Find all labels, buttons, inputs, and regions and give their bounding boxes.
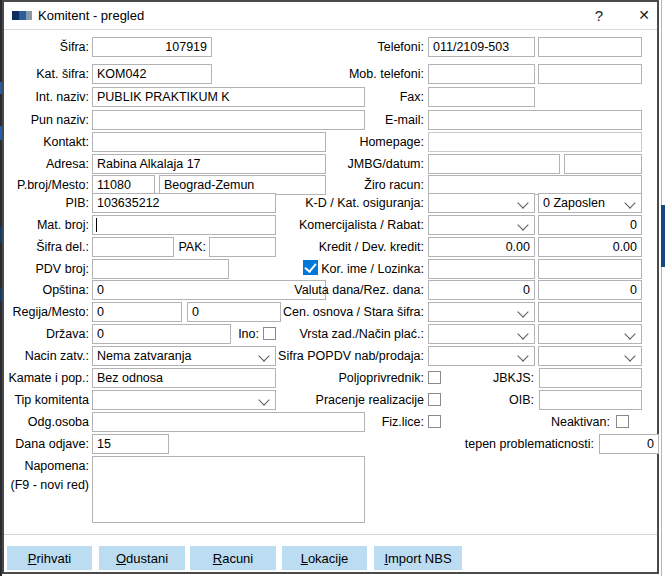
app-icon (12, 11, 32, 20)
popdv-nab-dropdown[interactable] (428, 346, 535, 366)
screen: { "window": { "title": "Komitent - pregl… (0, 0, 665, 576)
sifra-field[interactable]: 107919 (92, 37, 212, 57)
kat-osiguranja-dropdown[interactable]: 0 Zaposlen (538, 193, 642, 213)
title-bar[interactable]: Komitent - pregled ? ✕ (4, 2, 657, 30)
fax-field[interactable] (428, 87, 535, 107)
nacin-zatv-label: Nacin zatv.: (4, 347, 89, 366)
homepage-field[interactable] (428, 132, 642, 152)
kor-ime-field[interactable] (428, 259, 535, 279)
nacin-zatv-dropdown[interactable]: Nema zatvaranja (92, 346, 276, 366)
kd-dropdown[interactable] (428, 193, 535, 213)
mob-telefoni-field-1[interactable] (428, 64, 535, 84)
oib-field[interactable] (539, 390, 642, 410)
int-naziv-label: Int. naziv: (4, 88, 89, 107)
regija-mesto-label: Regija/Mesto: (4, 303, 89, 322)
chevron-down-icon (624, 197, 635, 208)
regija-mesto-field[interactable]: 0 (187, 302, 281, 322)
chevron-down-icon (258, 350, 269, 361)
lokacije-button[interactable]: Lokacije (282, 546, 367, 570)
kor-ime-label: Kor. ime / Lozinka: (274, 260, 424, 279)
nacin-plac-dropdown[interactable] (538, 324, 642, 344)
ino-label: Ino: (217, 325, 259, 344)
chevron-down-icon (258, 394, 269, 405)
mat-broj-field[interactable] (92, 215, 276, 235)
pak-field[interactable] (209, 237, 276, 257)
telefoni-field-2[interactable] (538, 37, 642, 57)
sifra-del-label: Šifra del.: (4, 238, 89, 257)
kd-kat-label: K-D / Kat. osiguranja: (274, 194, 424, 213)
pbroj-mesto-label: P.broj/Mesto: (4, 176, 89, 195)
popdv-prodaja-dropdown[interactable] (538, 346, 642, 366)
help-button[interactable]: ? (584, 4, 614, 27)
stepen-label: tepen problematicnosti: (404, 435, 594, 454)
email-label: E-mail: (274, 111, 424, 130)
neaktivan-label: Neaktivan: (504, 413, 610, 432)
rabat-field[interactable]: 0 (538, 215, 642, 235)
pdv-broj-field[interactable] (92, 259, 229, 279)
dev-kredit-field[interactable]: 0.00 (538, 237, 642, 257)
chevron-down-icon (517, 219, 528, 230)
kat-sifra-label: Kat. šifra: (4, 65, 89, 84)
sifra-del-field[interactable] (92, 237, 174, 257)
pbroj-field[interactable]: 11080 (92, 175, 155, 195)
prihvati-button[interactable]: Prihvati (7, 546, 92, 570)
button-separator (4, 534, 657, 535)
mat-broj-label: Mat. broj: (4, 216, 89, 235)
jbkjs-field[interactable] (539, 368, 642, 388)
homepage-label: Homepage: (274, 133, 424, 152)
neaktivan-checkbox[interactable] (616, 415, 629, 428)
chevron-down-icon (517, 328, 528, 339)
pracenje-label: Pracenje realizacije (274, 391, 424, 410)
komercijalista-label: Komercijalista / Rabat: (274, 216, 424, 235)
background-right-edge (661, 0, 662, 576)
kamate-label: Kamate i pop.: (4, 369, 89, 388)
window-title: Komitent - pregled (38, 8, 144, 23)
adresa-label: Adresa: (4, 155, 89, 174)
dana-odjave-field[interactable]: 15 (92, 434, 169, 454)
drzava-label: Država: (4, 325, 89, 344)
sifra-popdv-label: Sifra POPDV nab/prodaja: (274, 347, 424, 366)
drzava-field[interactable]: 0 (92, 324, 231, 344)
pib-label: PIB: (4, 194, 89, 213)
close-icon[interactable]: ✕ (629, 4, 659, 27)
cen-osnova-dropdown[interactable] (428, 302, 535, 322)
mob-telefoni-label: Mob. telefoni: (274, 65, 424, 84)
import-nbs-button[interactable]: Import NBS (374, 546, 462, 570)
racuni-button[interactable]: Racuni (190, 546, 276, 570)
jmbg-field-1[interactable] (428, 154, 560, 174)
mob-telefoni-field-2[interactable] (538, 64, 642, 84)
valuta-label: Valuta dana/Rez. dana: (274, 281, 424, 300)
opstina-label: Opština: (4, 281, 89, 300)
vrsta-zad-label: Vrsta zad./Način plać.: (274, 325, 424, 344)
text-caret (96, 218, 97, 232)
kat-sifra-field[interactable]: KOM042 (92, 64, 212, 84)
jmbg-field-2[interactable] (564, 154, 642, 174)
komercijalista-dropdown[interactable] (428, 215, 535, 235)
pun-naziv-label: Pun naziv: (4, 111, 89, 130)
background-fragment (661, 205, 665, 267)
rez-dana-field[interactable]: 0 (538, 280, 642, 300)
fax-label: Fax: (274, 88, 424, 107)
email-field[interactable] (428, 110, 642, 130)
tip-komitenta-dropdown[interactable] (92, 390, 276, 410)
stara-sifra-field[interactable] (538, 302, 642, 322)
valuta-dana-field[interactable]: 0 (428, 280, 535, 300)
jbkjs-label: JBKJS: (438, 369, 534, 388)
chevron-down-icon (517, 350, 528, 361)
kredit-field[interactable]: 0.00 (428, 237, 535, 257)
telefoni-field-1[interactable]: 011/2109-503 (428, 37, 535, 57)
lozinka-field[interactable] (538, 259, 642, 279)
komitent-dialog: Komitent - pregled ? ✕ Šifra: 107919 Kat… (2, 0, 659, 574)
napomena-textarea[interactable] (92, 456, 365, 523)
kamate-field[interactable]: Bez odnosa (92, 368, 276, 388)
pak-label: PAK: (166, 238, 206, 257)
fiz-lice-checkbox[interactable] (428, 415, 441, 428)
chevron-down-icon (624, 350, 635, 361)
stepen-field[interactable]: 0 (599, 434, 659, 454)
odustani-button[interactable]: Odustani (99, 546, 185, 570)
pib-field[interactable]: 103635212 (92, 193, 276, 213)
regija-field[interactable]: 0 (92, 302, 182, 322)
ziro-racun-field[interactable] (428, 175, 642, 195)
cen-osnova-label: Cen. osnova / Stara šifra: (274, 303, 424, 322)
vrsta-zad-dropdown[interactable] (428, 324, 535, 344)
